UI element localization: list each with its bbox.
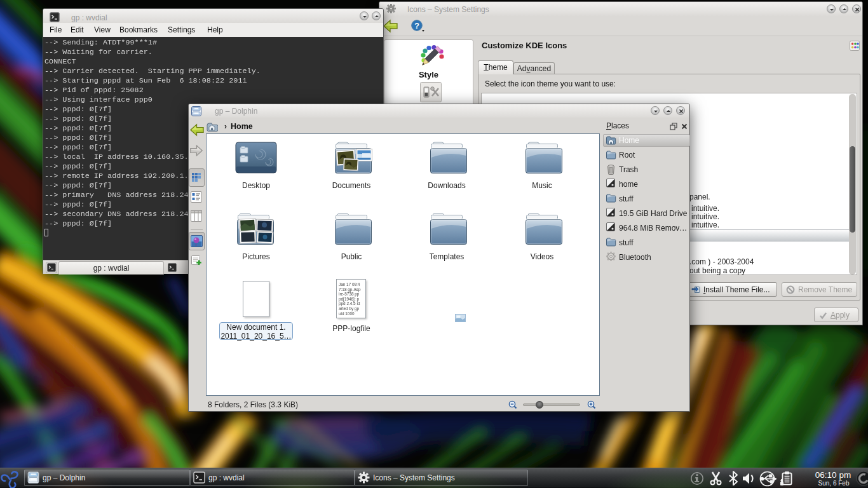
svg-text:?: ? (414, 22, 419, 30)
